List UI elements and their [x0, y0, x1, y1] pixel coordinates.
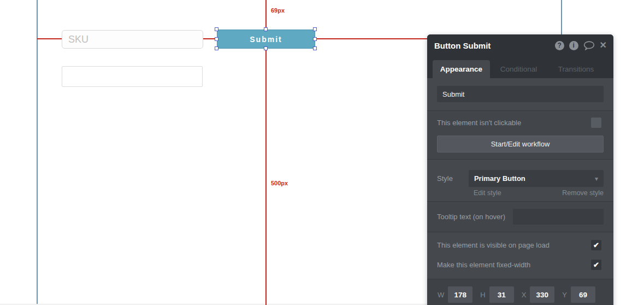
clickable-checkbox[interactable]: [591, 118, 601, 128]
checkmark-icon: ✔: [593, 261, 599, 269]
fixed-width-label: Make this element fixed-width: [437, 261, 530, 269]
panel-title: Button Submit: [434, 41, 555, 50]
property-editor-panel: Button Submit ? i ✕ Appearance Condition…: [427, 34, 613, 305]
submit-button-label: Submit: [250, 35, 282, 44]
fixed-width-checkbox[interactable]: ✔: [591, 260, 601, 270]
visible-on-load-checkbox[interactable]: ✔: [591, 240, 601, 250]
page-left-boundary-line: [37, 0, 38, 304]
remove-style-link[interactable]: Remove style: [562, 189, 604, 197]
close-icon[interactable]: ✕: [600, 41, 607, 50]
x-input[interactable]: [530, 286, 554, 303]
start-edit-workflow-button[interactable]: Start/Edit workflow: [437, 136, 604, 152]
button-text-input[interactable]: [437, 86, 604, 102]
height-label: H: [480, 291, 485, 299]
tab-conditional[interactable]: Conditional: [490, 60, 547, 78]
style-dropdown-value: Primary Button: [474, 174, 595, 183]
comment-icon[interactable]: [583, 41, 595, 50]
tab-transitions[interactable]: Transitions: [547, 60, 605, 78]
tab-appearance[interactable]: Appearance: [433, 60, 490, 78]
panel-header[interactable]: Button Submit ? i ✕: [427, 34, 613, 56]
visible-on-load-label: This element is visible on page load: [437, 241, 550, 249]
empty-input[interactable]: [62, 66, 203, 87]
resize-handle-sw[interactable]: [215, 46, 218, 50]
resize-handle-nw[interactable]: [215, 27, 218, 31]
tooltip-input[interactable]: [513, 209, 604, 225]
resize-handle-ne[interactable]: [313, 27, 317, 31]
resize-handle-s[interactable]: [264, 46, 268, 50]
resize-handle-w[interactable]: [215, 37, 218, 41]
sku-input[interactable]: [62, 30, 203, 49]
clickable-label: This element isn't clickable: [437, 119, 521, 127]
y-label: Y: [562, 291, 567, 299]
chevron-down-icon: ▾: [595, 175, 598, 183]
tooltip-label: Tooltip text (on hover): [437, 213, 505, 221]
section-style: Style Primary Button ▾ Edit style Remove…: [427, 159, 613, 201]
section-dimensions: W H X Y: [427, 279, 613, 305]
edit-style-link[interactable]: Edit style: [474, 189, 501, 197]
section-button-text: [427, 78, 613, 110]
measure-label-height: 500px: [271, 180, 288, 186]
style-dropdown[interactable]: Primary Button ▾: [469, 170, 604, 187]
checkmark-icon: ✔: [593, 241, 599, 249]
resize-handle-e[interactable]: [313, 37, 317, 41]
style-label: Style: [437, 174, 453, 183]
x-label: X: [522, 291, 527, 299]
help-icon[interactable]: ?: [555, 41, 564, 50]
width-input[interactable]: [448, 286, 472, 303]
panel-tabbar: Appearance Conditional Transitions: [427, 56, 613, 78]
page-right-boundary-line: [561, 0, 562, 34]
measure-label-top: 69px: [271, 7, 285, 14]
section-visibility-flags: This element is visible on page load ✔ M…: [427, 232, 613, 279]
section-tooltip: Tooltip text (on hover): [427, 201, 613, 232]
width-label: W: [438, 291, 444, 299]
y-input[interactable]: [571, 286, 595, 303]
page-bottom-boundary-line: [0, 304, 428, 304]
submit-button-canvas[interactable]: Submit: [217, 30, 315, 49]
info-icon[interactable]: i: [569, 41, 578, 50]
resize-handle-se[interactable]: [313, 46, 317, 50]
height-input[interactable]: [489, 286, 514, 303]
section-clickable: This element isn't clickable Start/Edit …: [427, 110, 613, 159]
resize-handle-n[interactable]: [264, 27, 268, 31]
